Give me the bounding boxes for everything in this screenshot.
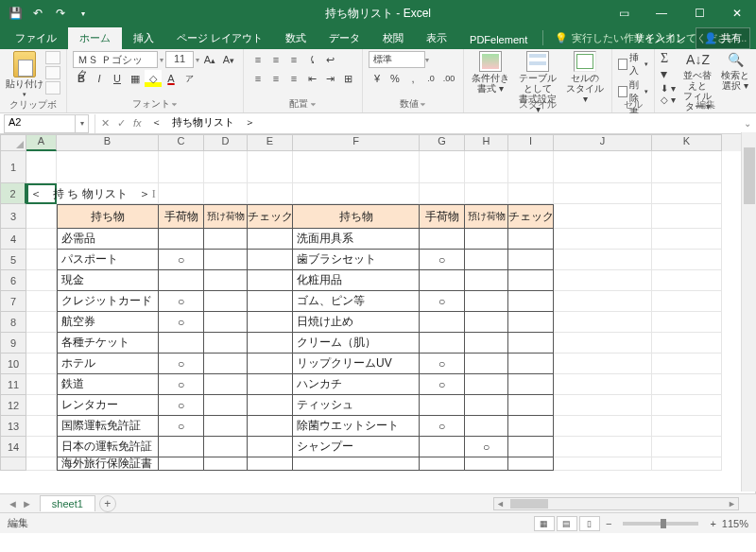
row-header[interactable]: 5 (0, 250, 26, 270)
autosum-button[interactable]: Σ ▾ (661, 51, 677, 82)
align-top-button[interactable]: ≡ (249, 51, 266, 68)
tab-review[interactable]: 校閲 (371, 27, 415, 49)
merge-button[interactable]: ⊞ (339, 70, 356, 87)
table-cell[interactable] (420, 312, 465, 333)
table-cell[interactable] (204, 354, 248, 374)
cell-A2[interactable]: ＜ 持 ち 物リスト ＞ (26, 183, 57, 204)
row-header[interactable]: 14 (0, 437, 26, 457)
tab-data[interactable]: データ (318, 27, 371, 49)
table-cell[interactable] (465, 395, 508, 416)
row-header[interactable]: 9 (0, 333, 26, 354)
table-header[interactable]: 預け荷物 (465, 204, 508, 229)
table-cell[interactable]: ホテル (57, 354, 159, 374)
ribbon-options-icon[interactable]: ▭ (605, 0, 643, 26)
table-cell[interactable] (159, 457, 204, 471)
copy-button[interactable] (45, 66, 60, 79)
table-header[interactable]: 持ち物 (57, 204, 159, 229)
table-cell[interactable] (159, 229, 204, 250)
expand-formula-bar[interactable]: ⌄ (739, 118, 756, 129)
italic-button[interactable]: I (91, 70, 108, 87)
tab-insert[interactable]: 挿入 (122, 27, 165, 49)
row-header[interactable]: 8 (0, 312, 26, 333)
decrease-indent-button[interactable]: ⇤ (303, 70, 320, 87)
table-cell[interactable] (420, 333, 465, 354)
table-cell[interactable]: ○ (420, 416, 465, 437)
table-cell[interactable] (465, 270, 508, 291)
zoom-level[interactable]: 115% (722, 518, 748, 529)
table-cell[interactable] (204, 270, 248, 291)
orientation-button[interactable]: ⤹ (303, 51, 320, 68)
table-cell[interactable]: シャンプー (293, 437, 420, 457)
row-header[interactable]: 7 (0, 291, 26, 312)
table-cell[interactable]: ○ (420, 354, 465, 374)
sheet-nav-prev[interactable]: ◄ (8, 498, 18, 509)
table-cell[interactable] (204, 291, 248, 312)
table-cell[interactable] (420, 457, 465, 471)
table-cell[interactable] (508, 374, 554, 395)
wrap-text-button[interactable]: ↩ (321, 51, 338, 68)
find-select-button[interactable]: 🔍検索と 選択 ▾ (719, 51, 751, 91)
table-cell[interactable] (420, 437, 465, 457)
table-cell[interactable] (248, 270, 293, 291)
sheet-nav-next[interactable]: ► (22, 498, 32, 509)
table-cell[interactable]: ○ (159, 374, 204, 395)
worksheet-grid[interactable]: A B C D E F G H I J K 1 2 ＜ 持 ち 物リスト ＞ 3… (0, 134, 756, 493)
table-cell[interactable] (204, 457, 248, 471)
table-cell[interactable]: 洗面用具系 (293, 229, 420, 250)
table-cell[interactable] (204, 374, 248, 395)
qat-customize-icon[interactable]: ▾ (76, 6, 91, 21)
maximize-button[interactable]: ☐ (680, 0, 718, 26)
border-button[interactable]: ▦ (127, 70, 144, 87)
table-cell[interactable] (248, 291, 293, 312)
table-cell[interactable] (465, 416, 508, 437)
cancel-formula-button[interactable]: ✕ (101, 117, 110, 129)
cut-button[interactable] (45, 51, 60, 64)
table-cell[interactable]: ○ (159, 291, 204, 312)
table-cell[interactable] (248, 250, 293, 270)
table-cell[interactable] (248, 354, 293, 374)
col-header-H[interactable]: H (465, 134, 508, 151)
format-painter-button[interactable] (45, 81, 60, 95)
number-format-select[interactable]: 標準 (369, 51, 425, 68)
table-cell[interactable] (420, 270, 465, 291)
table-cell[interactable] (508, 333, 554, 354)
table-header[interactable]: チェック (248, 204, 293, 229)
name-box[interactable]: A2 (4, 114, 76, 133)
col-header-E[interactable]: E (248, 134, 293, 151)
table-cell[interactable]: ○ (420, 291, 465, 312)
zoom-slider[interactable] (623, 522, 698, 526)
table-cell[interactable]: ○ (159, 354, 204, 374)
table-cell[interactable]: ○ (420, 374, 465, 395)
tab-home[interactable]: ホーム (68, 27, 122, 49)
table-cell[interactable]: 除菌ウエットシート (293, 416, 420, 437)
table-cell[interactable] (204, 312, 248, 333)
table-cell[interactable] (248, 437, 293, 457)
name-box-dropdown[interactable]: ▾ (76, 114, 89, 133)
font-size-select[interactable]: 11 (165, 51, 194, 68)
enter-formula-button[interactable]: ✓ (117, 117, 126, 129)
sheet-tab[interactable]: sheet1 (40, 495, 95, 511)
add-sheet-button[interactable]: + (99, 495, 116, 512)
table-header[interactable]: 手荷物 (420, 204, 465, 229)
tab-file[interactable]: ファイル (4, 27, 68, 49)
undo-icon[interactable]: ↶ (30, 6, 45, 21)
row-header[interactable]: 3 (0, 204, 26, 229)
table-cell[interactable] (508, 457, 554, 471)
table-cell[interactable] (204, 229, 248, 250)
table-cell[interactable] (248, 312, 293, 333)
table-cell[interactable] (465, 312, 508, 333)
table-cell[interactable]: ○ (465, 437, 508, 457)
table-cell[interactable] (248, 457, 293, 471)
col-header-C[interactable]: C (159, 134, 204, 151)
table-cell[interactable] (508, 291, 554, 312)
table-cell[interactable] (465, 229, 508, 250)
table-cell[interactable] (465, 291, 508, 312)
table-cell[interactable] (248, 395, 293, 416)
col-header-A[interactable]: A (26, 134, 57, 151)
table-cell[interactable] (465, 354, 508, 374)
align-left-button[interactable]: ≡ (249, 70, 266, 87)
row-header[interactable]: 13 (0, 416, 26, 437)
page-break-view-button[interactable]: ▯ (579, 516, 600, 531)
formula-bar[interactable]: ＜ 持ち物リスト ＞ (142, 114, 739, 133)
zoom-out-button[interactable]: − (602, 518, 615, 529)
